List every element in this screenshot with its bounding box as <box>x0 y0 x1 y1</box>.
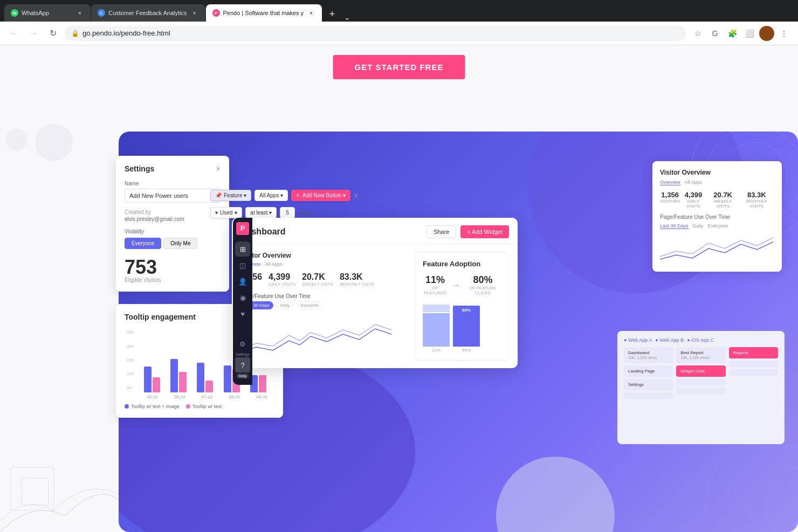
filter-close-button[interactable]: × <box>354 191 358 200</box>
rp-col3-item1: Reports <box>729 347 778 358</box>
browser-nav: ← → ↻ 🔒 go.pendo.io/pendo-free.html ☆ G … <box>0 22 798 45</box>
tab-whatsapp[interactable]: W WhatsApp × <box>4 4 91 22</box>
more-tabs-button[interactable]: ⌄ <box>344 13 350 22</box>
fp-stat-features: 11% OF FEATURES <box>423 274 448 295</box>
reports-tab-ios[interactable]: ● iOS App C <box>687 337 714 343</box>
tab-pendo-title: Pendo | Software that makes y <box>223 10 304 16</box>
lock-icon: 🔒 <box>71 30 79 37</box>
share-button[interactable]: Share <box>426 225 456 238</box>
profile-icon[interactable]: G <box>707 26 723 41</box>
reports-tab-web-a[interactable]: ● Web App A <box>624 337 652 343</box>
vs-chart-tab-30[interactable]: Last 30 Days <box>660 223 689 229</box>
visitor-line-chart <box>240 314 391 357</box>
visitor-label: Eligible Visitors <box>125 277 221 283</box>
vp-tab-all-apps[interactable]: All Apps <box>265 261 283 267</box>
sidebar-nav: P ⊞ ◫ 👤 ◉ ♥ ⚙ Settings ? Help <box>233 218 252 385</box>
chart-label-1: 25-22 <box>140 395 165 399</box>
vp-chart-title: Page/Feature Use Over Time <box>240 293 406 299</box>
rp-blank-item <box>624 392 673 399</box>
vp-chart-tab-everyone[interactable]: Everyone <box>297 301 322 309</box>
fp-stat-clicks: 80% OF FEATURE CLICKS <box>465 274 501 295</box>
rp-dashboard-item: Dashboard10K, 1,200 views <box>624 347 673 363</box>
add-tab-button[interactable]: + <box>325 6 340 22</box>
sidebar-item-pages[interactable]: ◫ <box>235 258 250 273</box>
rp-highlighted-item: Widget Gold <box>676 365 725 377</box>
vs-tab-all-apps[interactable]: All Apps <box>685 179 703 185</box>
bookmark-icon[interactable]: ☆ <box>690 26 705 41</box>
filter-count[interactable]: 5 <box>280 207 295 218</box>
filter-add-new[interactable]: +Add New Button ▾ <box>291 190 350 201</box>
deco-circle-1 <box>5 129 27 150</box>
user-avatar[interactable] <box>759 26 774 41</box>
settings-title: Settings <box>125 164 154 173</box>
tablet-mode-icon[interactable]: ⬜ <box>742 26 757 41</box>
visitor-overview-panel: Visitor Overview Overview All Apps 1,356… <box>240 252 406 361</box>
sidebar-item-dashboard[interactable]: ⊞ <box>235 241 250 257</box>
forward-button[interactable]: → <box>26 26 41 41</box>
rp-report-item2 <box>676 379 725 385</box>
tab-pendo-close[interactable]: × <box>307 9 315 17</box>
vs-stat-daily: 4,399 DAILY VISITS <box>680 191 707 209</box>
rp-settings-item: Settings <box>624 379 673 390</box>
settings-created-by-value: elvis.presley@gmail.com <box>125 216 221 222</box>
filter-feature[interactable]: 📌Feature ▾ <box>210 190 251 201</box>
vp-chart-tab-daily[interactable]: Daily <box>277 301 294 309</box>
settings-name-input[interactable] <box>125 189 221 203</box>
sidebar-help-label: Help <box>237 374 249 378</box>
svg-point-10 <box>658 483 690 516</box>
reports-tab-web-b[interactable]: ● Web App B <box>655 337 684 343</box>
rp-col3-item2 <box>729 361 778 367</box>
sidebar-item-guides[interactable]: ◉ <box>235 290 250 305</box>
sidebar-item-nps[interactable]: ♥ <box>235 306 250 321</box>
sidebar-item-users[interactable]: 👤 <box>235 274 250 289</box>
filter-times-label: times <box>298 210 312 216</box>
settings-panel: Settings × Name Created by elvis.presley… <box>116 156 229 292</box>
menu-button[interactable]: ⋮ <box>776 26 792 41</box>
tab-whatsapp-close[interactable]: × <box>75 9 84 17</box>
feature-adoption-title: Feature Adoption <box>423 260 501 268</box>
tab-customer-feedback-close[interactable]: × <box>190 9 199 17</box>
vs-chart-tab-everyone[interactable]: Everyone <box>708 223 728 229</box>
vs-chart-tab-daily[interactable]: Daily <box>693 223 704 229</box>
filter-bar-row1: 📌Feature ▾ All Apps ▾ +Add New Button ▾ … <box>210 190 358 201</box>
sidebar-settings-label: Settings <box>236 353 249 356</box>
svg-point-9 <box>647 473 701 527</box>
address-bar[interactable]: 🔒 go.pendo.io/pendo-free.html <box>65 26 686 41</box>
add-widget-button[interactable]: + Add Widget <box>460 225 509 238</box>
filter-used[interactable]: ▾Used▾ <box>210 207 242 218</box>
extensions-icon[interactable]: 🧩 <box>725 26 740 41</box>
sidebar-help-button[interactable]: ? <box>235 357 250 372</box>
legend-tooltip-image: Tooltip w/ text + Image <box>125 404 180 409</box>
filter-bar-row2: ▾Used▾ at least ▾ 5 times <box>210 207 313 218</box>
fp-arrow-icon: → <box>452 280 460 290</box>
visitor-count: 753 <box>125 258 221 277</box>
tab-customer-feedback-title: Customer Feedback Analytics <box>108 10 187 16</box>
right-reports-card: ● Web App A ● Web App B ● iOS App C Dash… <box>617 331 785 444</box>
nav-logo: P <box>236 222 249 235</box>
tab-customer-feedback[interactable]: C Customer Feedback Analytics × <box>91 4 205 22</box>
legend-tooltip-text: Tooltip w/ text <box>186 404 222 409</box>
settings-close-button[interactable]: × <box>216 164 221 173</box>
vp-stat-monthly: 83.3K MONTHLY VISTS <box>340 272 374 287</box>
vs-tab-overview[interactable]: Overview <box>660 179 680 185</box>
page-content: GET STARTED FREE Settings × Name Cr <box>0 45 798 532</box>
visibility-everyone-button[interactable]: Everyone <box>125 238 161 249</box>
back-button[interactable]: ← <box>6 26 22 41</box>
vs-stat-monthly: 83.3K MONTHLY VISITS <box>739 191 774 209</box>
bottom-left-deco <box>0 435 119 532</box>
filter-at-least[interactable]: at least ▾ <box>245 207 277 218</box>
tab-pendo[interactable]: P Pendo | Software that makes y × <box>206 4 322 22</box>
vp-stat-daily: 4,399 DAILY VISITS <box>269 272 295 287</box>
feature-adoption-panel: Feature Adoption 11% OF FEATURES → 80% O… <box>415 252 509 361</box>
get-started-button[interactable]: GET STARTED FREE <box>333 55 465 79</box>
visibility-only-me-button[interactable]: Only Me <box>163 238 197 249</box>
sidebar-settings-icon[interactable]: ⚙ <box>235 336 250 351</box>
chart-label-3: 07-22 <box>195 395 220 399</box>
chart-label-5: 09-22 <box>249 395 274 399</box>
rp-landing-item: Landing Page <box>624 365 673 377</box>
spiral-deco <box>620 446 728 532</box>
tab-whatsapp-title: WhatsApp <box>22 10 72 16</box>
reload-button[interactable]: ↻ <box>45 26 60 41</box>
filter-all-apps[interactable]: All Apps ▾ <box>254 190 288 201</box>
vs-stat-visitors: 1,356 VISITORS <box>660 191 680 209</box>
